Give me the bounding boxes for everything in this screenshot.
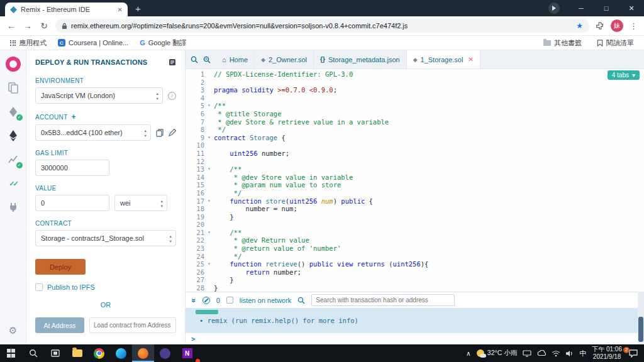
edge-button[interactable] [110,344,132,362]
start-button[interactable] [0,344,22,362]
chrome-button[interactable] [88,344,110,362]
reading-list-button[interactable]: 閱讀清單 [593,38,638,48]
tab-2-owner-sol[interactable]: ◆ 2_Owner.sol [255,50,314,69]
line-number: 17 [186,197,204,206]
onenote-button[interactable]: N [176,344,198,362]
notification-center-button[interactable]: 2 [629,349,640,358]
bookmark-star-icon[interactable]: ★ [576,21,583,30]
value-input[interactable] [35,195,109,211]
code-line: 9▾contract Storage { [186,134,644,142]
window-maximize-button[interactable]: □ [594,0,619,16]
clear-terminal-icon[interactable] [203,297,210,304]
active-browser-button[interactable] [132,344,154,362]
tab-home[interactable]: ⌂ Home [216,50,255,69]
taskbar-clock[interactable]: 下午 01:06 2021/9/18 [592,346,622,361]
wifi-icon[interactable] [552,350,560,357]
media-controls-button[interactable] [548,3,560,14]
editor-search-icon[interactable] [191,56,198,63]
analysis-success-badge: ✓ [16,162,23,168]
apps-shortcut[interactable]: 應用程式 [6,38,50,48]
fold-spacer [204,205,214,213]
gas-limit-input[interactable] [35,160,109,176]
unit-testing-plugin-icon[interactable]: ✓✓ [6,176,21,191]
listen-network-checkbox[interactable] [226,297,233,304]
settings-icon[interactable]: ⚙ [6,323,21,338]
tray-expand-icon[interactable]: ∧ [466,349,471,357]
address-bar[interactable]: remix.ethereum.org/#optimize=false&runs=… [55,19,589,33]
weather-text: 32°C 小雨 [487,349,517,358]
code-line: 7 * @dev Store & retrieve value in a var… [186,118,644,126]
environment-select[interactable]: JavaScript VM (London) [35,87,163,104]
browser-tab[interactable]: Remix - Ethereum IDE ✕ [5,3,128,16]
terminal-log[interactable]: • remix (run remix.help() for more info) [186,308,644,333]
zoom-out-icon[interactable] [203,56,211,63]
deploy-button[interactable]: Deploy [35,259,86,275]
code-line: 25▾ function retrieve() public view retu… [186,260,644,268]
taskbar-weather[interactable]: 32°C 小雨 [477,349,517,358]
fold-caret-icon[interactable]: ▾ [204,229,214,237]
file-explorer-button[interactable] [66,344,88,362]
account-select[interactable]: 0x5B3...eddC4 (100 ether) [35,124,151,141]
profile-avatar[interactable]: 妹 [611,19,623,32]
bookmark-item[interactable]: G Google 翻譯 [136,38,190,48]
fold-caret-icon[interactable]: ▾ [204,134,214,142]
volume-icon[interactable] [566,350,574,357]
terminal-search-input[interactable] [311,294,455,306]
or-divider: OR [35,301,176,309]
forward-button[interactable]: → [23,21,33,31]
add-account-icon[interactable]: + [72,112,76,121]
contract-select[interactable]: Storage - contracts/1_Storage.sol [35,230,176,246]
line-number: 20 [186,221,204,229]
other-bookmarks-button[interactable]: 其他書籤 [540,38,586,48]
line-number: 5 [186,102,204,110]
code-text: /** [214,165,242,173]
onedrive-cloud-icon[interactable] [537,350,546,356]
fold-spacer [204,150,214,158]
copy-address-icon[interactable] [156,129,164,137]
back-button[interactable]: ← [6,21,16,31]
fold-caret-icon[interactable]: ▾ [204,165,214,173]
tab-storage-metadata-json[interactable]: {} Storage_metadata.json [314,50,407,69]
reload-button[interactable]: ↻ [39,21,49,31]
fold-caret-icon[interactable]: ▾ [204,197,214,206]
static-analysis-plugin-icon[interactable]: ✓ [6,152,21,167]
tab-close-icon[interactable]: ✕ [468,56,473,63]
task-view-button[interactable] [44,344,66,362]
file-explorer-plugin-icon[interactable] [6,80,21,96]
tab-1-storage-sol[interactable]: ◆ 1_Storage.sol ✕ [407,50,480,69]
extensions-icon[interactable] [596,21,604,30]
environment-info-icon[interactable]: i [168,92,176,100]
line-number: 15 [186,181,204,189]
panel-docs-icon[interactable] [169,58,176,66]
at-address-button[interactable]: At Address [35,317,84,333]
terminal-collapse-icon[interactable]: » [189,298,198,302]
remix-logo-icon[interactable] [6,57,21,72]
display-icon[interactable] [523,350,531,357]
caret-down-icon: ▾ [632,72,635,79]
deploy-run-plugin-icon[interactable] [6,128,21,143]
value-unit-select[interactable]: wei [114,195,167,211]
solidity-compiler-plugin-icon[interactable]: ✓ [6,104,21,119]
purple-app-button[interactable] [154,344,176,362]
at-address-input[interactable] [89,317,176,333]
code-line: 27 } [186,276,644,284]
publish-ipfs-checkbox[interactable] [35,283,43,291]
terminal-prompt-row[interactable]: > [186,333,644,344]
window-minimize-button[interactable]: ─ [569,0,594,16]
sign-message-icon[interactable] [169,129,176,136]
plugin-manager-icon[interactable] [6,200,21,215]
code-editor[interactable]: 1// SPDX-License-Identifier: GPL-3.023pr… [186,69,644,292]
taskbar-search-button[interactable] [22,344,44,362]
tabs-count-badge[interactable]: 4 tabs ▾ [608,70,640,80]
reading-list-icon [597,40,603,47]
fold-caret-icon[interactable]: ▾ [204,102,214,110]
window-close-button[interactable]: ✕ [619,0,644,16]
tab-close-icon[interactable]: ✕ [118,6,123,13]
bookmark-item[interactable]: C Coursera | Online... [54,39,132,47]
code-text: function retrieve() public view returns … [214,260,428,268]
fold-caret-icon[interactable]: ▾ [204,260,214,268]
new-tab-button[interactable]: + [135,3,141,14]
ime-indicator[interactable]: 中 [579,349,586,358]
browser-menu-icon[interactable]: ⋮ [630,21,638,31]
terminal-scrollbar[interactable] [638,292,644,344]
